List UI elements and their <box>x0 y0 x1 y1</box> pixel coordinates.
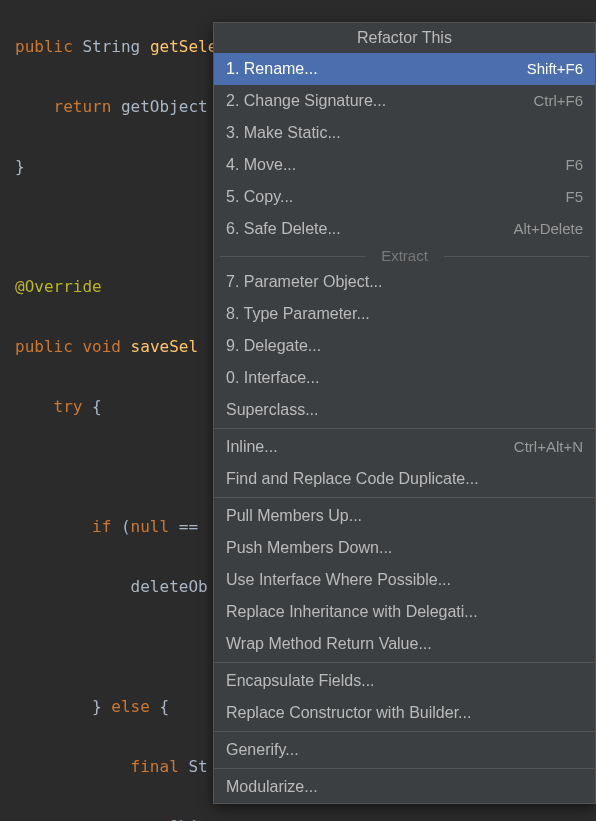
menu-item-label: Encapsulate Fields... <box>226 669 375 693</box>
menu-group: Generify... <box>214 734 595 766</box>
keyword: null <box>131 517 170 536</box>
type: String <box>82 37 140 56</box>
menu-item-label: 0. Interface... <box>226 366 319 390</box>
menu-item-label: 7. Parameter Object... <box>226 270 383 294</box>
brace: { <box>82 397 101 416</box>
code-text: deleteOb <box>131 577 208 596</box>
menu-item[interactable]: 5. Copy...F5 <box>214 181 595 213</box>
menu-item-label: 2. Change Signature... <box>226 89 386 113</box>
menu-item[interactable]: Modularize... <box>214 771 595 803</box>
menu-item-label: Find and Replace Code Duplicate... <box>226 467 479 491</box>
menu-item[interactable]: Encapsulate Fields... <box>214 665 595 697</box>
menu-item-label: Wrap Method Return Value... <box>226 632 432 656</box>
refactor-popup: Refactor This 1. Rename...Shift+F62. Cha… <box>213 22 596 804</box>
menu-item-label: 9. Delegate... <box>226 334 321 358</box>
menu-item[interactable]: Inline...Ctrl+Alt+N <box>214 431 595 463</box>
menu-item[interactable]: Wrap Method Return Value... <box>214 628 595 660</box>
separator <box>214 428 595 429</box>
menu-item[interactable]: Replace Constructor with Builder... <box>214 697 595 729</box>
annotation: @Override <box>15 277 102 296</box>
keyword: return <box>54 97 112 116</box>
menu-item-label: 8. Type Parameter... <box>226 302 370 326</box>
menu-item-label: Use Interface Where Possible... <box>226 568 451 592</box>
menu-item-label: 3. Make Static... <box>226 121 341 145</box>
keyword: if <box>92 517 111 536</box>
section-extract: Extract <box>214 245 595 266</box>
menu-item[interactable]: Pull Members Up... <box>214 500 595 532</box>
keyword: public <box>15 37 73 56</box>
method-name: saveSel <box>131 337 198 356</box>
separator <box>214 497 595 498</box>
menu-item-label: 5. Copy... <box>226 185 293 209</box>
menu-item-shortcut: Ctrl+Alt+N <box>514 435 583 459</box>
menu-item[interactable]: 6. Safe Delete...Alt+Delete <box>214 213 595 245</box>
menu-item[interactable]: 9. Delegate... <box>214 330 595 362</box>
menu-item-label: Push Members Down... <box>226 536 392 560</box>
keyword: try <box>54 397 83 416</box>
keyword: void <box>82 337 121 356</box>
menu-item-label: Pull Members Up... <box>226 504 362 528</box>
code-text: ( <box>111 517 130 536</box>
menu-group: Inline...Ctrl+Alt+NFind and Replace Code… <box>214 431 595 495</box>
menu-group: Modularize... <box>214 771 595 803</box>
menu-item-label: Replace Inheritance with Delegati... <box>226 600 478 624</box>
keyword: final <box>131 757 179 776</box>
menu-item[interactable]: Replace Inheritance with Delegati... <box>214 596 595 628</box>
menu-item[interactable]: 4. Move...F6 <box>214 149 595 181</box>
menu-item-label: Superclass... <box>226 398 318 422</box>
menu-item-shortcut: F5 <box>565 185 583 209</box>
menu-item[interactable]: Find and Replace Code Duplicate... <box>214 463 595 495</box>
menu-item[interactable]: 2. Change Signature...Ctrl+F6 <box>214 85 595 117</box>
menu-item-label: 1. Rename... <box>226 57 318 81</box>
menu-group: Encapsulate Fields...Replace Constructor… <box>214 665 595 729</box>
menu-item-label: 4. Move... <box>226 153 296 177</box>
menu-item[interactable]: Push Members Down... <box>214 532 595 564</box>
brace: { <box>160 697 170 716</box>
menu-group: 1. Rename...Shift+F62. Change Signature.… <box>214 53 595 245</box>
menu-item-shortcut: Alt+Delete <box>513 217 583 241</box>
menu-item[interactable]: Use Interface Where Possible... <box>214 564 595 596</box>
menu-item-label: Replace Constructor with Builder... <box>226 701 471 725</box>
menu-item[interactable]: 7. Parameter Object... <box>214 266 595 298</box>
menu-item-shortcut: Shift+F6 <box>527 57 583 81</box>
menu-group: 7. Parameter Object...8. Type Parameter.… <box>214 266 595 426</box>
menu-item[interactable]: 8. Type Parameter... <box>214 298 595 330</box>
menu-item-label: 6. Safe Delete... <box>226 217 341 241</box>
menu-group: Pull Members Up...Push Members Down...Us… <box>214 500 595 660</box>
keyword: public <box>15 337 73 356</box>
code-line: saveObje <box>15 812 596 821</box>
menu-item-shortcut: Ctrl+F6 <box>533 89 583 113</box>
separator <box>214 768 595 769</box>
menu-item-label: Generify... <box>226 738 299 762</box>
separator <box>214 662 595 663</box>
menu-item-shortcut: F6 <box>565 153 583 177</box>
menu-item[interactable]: Superclass... <box>214 394 595 426</box>
code-text: St <box>179 757 208 776</box>
menu-item[interactable]: 1. Rename...Shift+F6 <box>214 53 595 85</box>
brace: } <box>15 157 25 176</box>
brace: } <box>92 697 102 716</box>
menu-item[interactable]: 3. Make Static... <box>214 117 595 149</box>
menu-item[interactable]: 0. Interface... <box>214 362 595 394</box>
menu-item[interactable]: Generify... <box>214 734 595 766</box>
code-text: getObject <box>111 97 207 116</box>
code-text: == <box>169 517 208 536</box>
keyword: else <box>102 697 160 716</box>
popup-title: Refactor This <box>214 23 595 53</box>
menu-item-label: Modularize... <box>226 775 318 799</box>
code-text: saveObje <box>131 817 208 821</box>
menu-item-label: Inline... <box>226 435 278 459</box>
separator <box>214 731 595 732</box>
